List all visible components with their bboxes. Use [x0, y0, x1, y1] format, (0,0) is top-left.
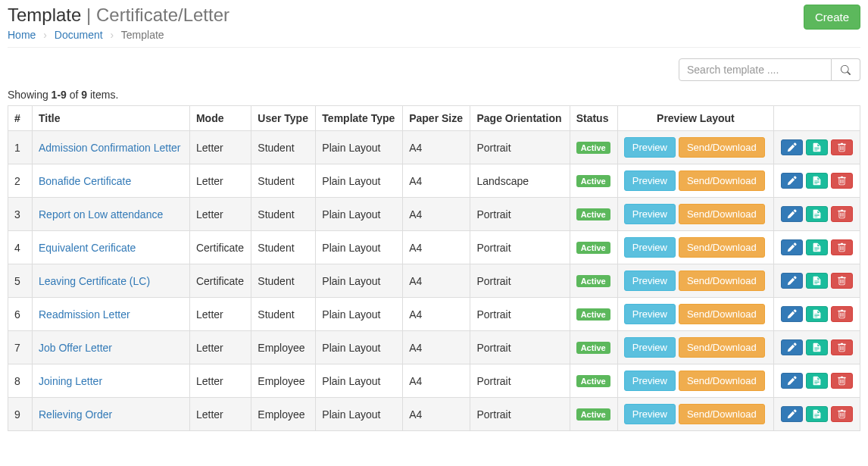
trash-icon [837, 376, 847, 386]
send-download-button[interactable]: Send/Download [679, 337, 765, 358]
delete-button[interactable] [831, 406, 853, 422]
edit-button[interactable] [781, 173, 803, 189]
edit-button[interactable] [781, 139, 803, 155]
template-title-link[interactable]: Leaving Certificate (LC) [39, 275, 150, 287]
preview-button[interactable]: Preview [624, 304, 676, 324]
cell-paper-size: A4 [403, 231, 470, 264]
edit-button[interactable] [781, 339, 803, 355]
breadcrumb-document[interactable]: Document [55, 29, 103, 41]
breadcrumb-home[interactable]: Home [8, 29, 36, 41]
col-paper-size[interactable]: Paper Size [403, 106, 470, 131]
cell-status: Active [570, 398, 617, 431]
status-badge: Active [576, 275, 610, 287]
cell-preview: Preview Send/Download [617, 398, 773, 431]
preview-button[interactable]: Preview [624, 237, 676, 258]
edit-button[interactable] [781, 239, 803, 255]
table-row: 5Leaving Certificate (LC)CertificateStud… [8, 264, 860, 298]
view-file-button[interactable] [806, 173, 828, 189]
delete-button[interactable] [831, 139, 853, 155]
delete-button[interactable] [831, 273, 853, 289]
cell-actions [774, 398, 860, 431]
cell-status: Active [570, 331, 617, 364]
search-input[interactable] [679, 58, 832, 81]
status-badge: Active [576, 342, 610, 354]
delete-button[interactable] [831, 173, 853, 189]
preview-button[interactable]: Preview [624, 337, 676, 358]
status-badge: Active [576, 142, 610, 154]
preview-button[interactable]: Preview [624, 137, 676, 158]
view-file-button[interactable] [806, 239, 828, 255]
send-download-button[interactable]: Send/Download [679, 237, 765, 258]
edit-button[interactable] [781, 206, 803, 222]
send-download-button[interactable]: Send/Download [679, 137, 765, 158]
cell-user-type: Student [251, 298, 316, 331]
send-download-button[interactable]: Send/Download [679, 304, 765, 324]
cell-title: Job Offer Letter [33, 331, 190, 364]
view-file-button[interactable] [806, 373, 828, 389]
edit-button[interactable] [781, 373, 803, 389]
view-file-button[interactable] [806, 406, 828, 422]
cell-title: Equivalent Cerificate [33, 231, 190, 264]
cell-template-type: Plain Layout [316, 364, 403, 398]
cell-actions [774, 298, 860, 331]
table-row: 2Bonafide CertificateLetterStudentPlain … [8, 164, 860, 198]
status-badge: Active [576, 242, 610, 254]
send-download-button[interactable]: Send/Download [679, 271, 765, 291]
table-row: 8Joining LetterLetterEmployeePlain Layou… [8, 364, 860, 398]
edit-button[interactable] [781, 406, 803, 422]
cell-template-type: Plain Layout [316, 264, 403, 298]
cell-user-type: Student [251, 131, 316, 164]
send-download-button[interactable]: Send/Download [679, 170, 765, 191]
col-mode[interactable]: Mode [189, 106, 251, 131]
breadcrumb-current: Template [121, 29, 164, 41]
cell-mode: Certificate [189, 231, 251, 264]
file-icon [812, 309, 822, 319]
preview-button[interactable]: Preview [624, 170, 676, 191]
preview-button[interactable]: Preview [624, 371, 676, 391]
preview-button[interactable]: Preview [624, 204, 676, 224]
template-title-link[interactable]: Job Offer Letter [39, 342, 112, 354]
create-button[interactable]: Create [804, 5, 860, 30]
cell-mode: Letter [189, 298, 251, 331]
view-file-button[interactable] [806, 139, 828, 155]
template-title-link[interactable]: Readmission Letter [39, 308, 130, 321]
delete-button[interactable] [831, 306, 853, 322]
trash-icon [837, 209, 847, 219]
col-status[interactable]: Status [570, 106, 617, 131]
view-file-button[interactable] [806, 206, 828, 222]
template-title-link[interactable]: Relieving Order [39, 408, 112, 421]
template-title-link[interactable]: Equivalent Cerificate [39, 242, 136, 254]
cell-paper-size: A4 [403, 131, 470, 164]
preview-button[interactable]: Preview [624, 271, 676, 291]
col-title[interactable]: Title [33, 106, 190, 131]
cell-actions [774, 364, 860, 398]
cell-num: 6 [8, 298, 33, 331]
col-template-type[interactable]: Template Type [316, 106, 403, 131]
delete-button[interactable] [831, 373, 853, 389]
search-button[interactable] [832, 58, 860, 81]
send-download-button[interactable]: Send/Download [679, 404, 765, 424]
edit-button[interactable] [781, 273, 803, 289]
cell-paper-size: A4 [403, 364, 470, 398]
col-user-type[interactable]: User Type [251, 106, 316, 131]
trash-icon [837, 342, 847, 352]
template-title-link[interactable]: Joining Letter [39, 375, 102, 387]
send-download-button[interactable]: Send/Download [679, 371, 765, 391]
template-title-link[interactable]: Admission Confirmation Letter [39, 142, 181, 154]
delete-button[interactable] [831, 206, 853, 222]
view-file-button[interactable] [806, 306, 828, 322]
cell-preview: Preview Send/Download [617, 298, 773, 331]
breadcrumb: Home › Document › Template [8, 29, 229, 41]
view-file-button[interactable] [806, 339, 828, 355]
cell-page-orientation: Portrait [470, 331, 570, 364]
template-title-link[interactable]: Report on Low attendance [39, 208, 163, 220]
view-file-button[interactable] [806, 273, 828, 289]
delete-button[interactable] [831, 239, 853, 255]
cell-page-orientation: Portrait [470, 398, 570, 431]
col-page-orientation[interactable]: Page Orientation [470, 106, 570, 131]
preview-button[interactable]: Preview [624, 404, 676, 424]
edit-button[interactable] [781, 306, 803, 322]
send-download-button[interactable]: Send/Download [679, 204, 765, 224]
delete-button[interactable] [831, 339, 853, 355]
template-title-link[interactable]: Bonafide Certificate [39, 175, 131, 187]
